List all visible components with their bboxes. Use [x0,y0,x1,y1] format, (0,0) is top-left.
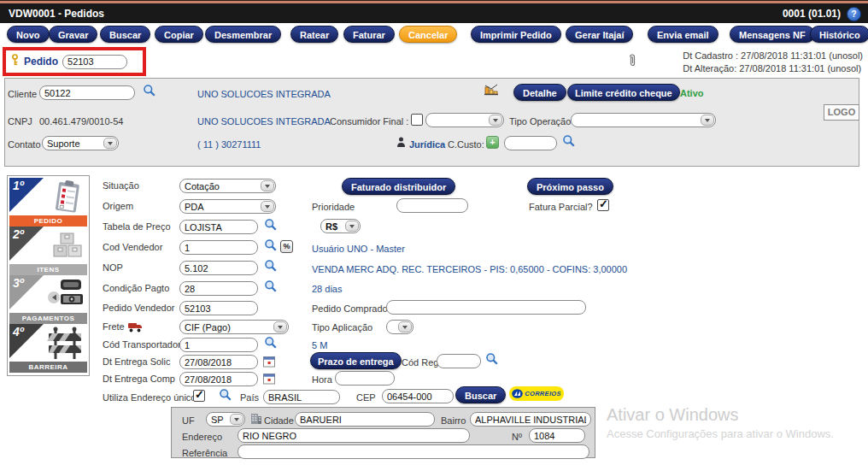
endereco-label: Endereço [182,432,222,442]
usuario-info: Usuário UNO - Master [312,244,405,254]
proximo-passo-button[interactable]: Próximo passo [527,178,613,195]
tabela-search-icon[interactable] [264,218,278,235]
cliente-input[interactable] [39,85,135,100]
fatura-parcial-checkbox[interactable] [597,199,609,211]
cnpj-name: UNO SOLUCOES INTEGRADA [197,116,331,127]
faturado-distribuidor-button[interactable]: Faturado distribuidor [342,178,455,195]
imprimir-pedido-button[interactable]: Imprimir Pedido [471,26,561,43]
city-building-icon[interactable] [250,412,262,428]
cliente-search-icon[interactable] [143,84,156,101]
step-itens[interactable]: 2º ITENS [9,227,87,275]
person-icon [396,136,406,151]
ratear-button[interactable]: Ratear [290,26,338,43]
numero-input[interactable] [529,428,585,443]
pais-input[interactable] [263,390,340,404]
gravar-button[interactable]: Gravar [49,26,97,43]
cep-input[interactable] [382,389,454,403]
pedido-comprador-input[interactable] [386,300,586,315]
regiao-search-icon[interactable] [485,352,499,369]
desmembrar-button[interactable]: Desmembrar [205,26,281,43]
cancelar-button[interactable]: Cancelar [399,26,457,43]
calendar-icon[interactable] [263,372,275,388]
consumidor-final-select[interactable] [425,113,504,127]
paperclip-icon[interactable] [628,53,636,71]
help-icon[interactable]: ? [847,7,861,21]
tabela-preco-label: Tabela de Preço [103,221,171,232]
tabela-preco-input[interactable] [179,220,258,234]
prioridade-input[interactable] [396,198,468,213]
mensagens-nf-button[interactable]: Mensagens NF [730,26,815,43]
pedido-vendedor-input[interactable] [179,301,258,315]
cod-vendedor-input[interactable] [179,240,258,255]
page-title: VDW0001 - Pedidos [9,8,104,20]
tipo-aplicacao-select[interactable] [386,320,413,334]
clipboard-icon [47,180,85,215]
contato-label: Contato [8,139,41,150]
utiliza-endereco-checkbox[interactable] [193,390,205,402]
ccusto-input[interactable] [504,136,557,150]
cod-regiao-input[interactable] [437,354,481,368]
nop-input[interactable] [179,261,258,275]
dt-entrega-comp-label: Dt Entrega Comp [103,374,175,384]
calendar-icon[interactable] [263,355,275,371]
condicao-pagto-input[interactable] [179,281,258,296]
pedido-input[interactable] [62,55,127,69]
chevron-down-icon [489,115,502,126]
status-badge: Ativo [680,88,704,98]
novo-button[interactable]: Novo [7,26,50,43]
hora-input[interactable] [335,371,395,386]
frete-select[interactable]: CIF (Pago) [179,320,289,334]
cnpj-value: 00.461.479/0010-54 [39,116,123,127]
chevron-down-icon [261,180,274,191]
dt-entrega-comp-input[interactable] [179,372,258,386]
limite-credito-button[interactable]: Limite crédito cheque [567,84,680,101]
ccusto-label: C.Custo: [448,139,484,150]
pedido-label: Pedido [24,56,58,68]
nop-search-icon[interactable] [264,259,278,276]
windows-watermark-subtitle: Acesse Configurações para ativar o Windo… [607,427,834,440]
cod-transportadora-input[interactable] [179,338,258,352]
condicao-dias-info: 28 dias [312,284,342,294]
correios-logo[interactable]: CORREIOS [509,386,564,401]
credit-chart-icon[interactable] [484,83,499,99]
copiar-button[interactable]: Copiar [155,26,203,43]
aplicacao-info: 5 M [312,340,327,350]
moeda-select[interactable]: R$ [320,219,361,233]
tipo-operacao-select[interactable] [571,113,716,127]
cep-buscar-button[interactable]: Buscar [455,386,506,403]
dt-entrega-solic-input[interactable] [179,355,258,369]
chevron-down-icon [398,321,412,333]
transportadora-search-icon[interactable] [264,336,278,353]
address-panel: UF SP Cidade Bairro Endereço Nº Referênc… [171,407,595,458]
client-panel: Cliente UNO SOLUCOES INTEGRADA Detalhe L… [4,78,859,167]
gerar-itajai-button[interactable]: Gerar Itajaí [566,26,633,43]
uf-select[interactable]: SP [206,412,245,427]
prazo-entrega-button[interactable]: Prazo de entrega [310,352,402,369]
ccusto-add-button[interactable] [486,136,499,149]
contato-select[interactable]: Suporte [42,136,119,150]
faturar-button[interactable]: Faturar [343,26,395,43]
vendedor-search-icon[interactable] [264,238,278,256]
ccusto-search-icon[interactable] [562,134,576,151]
origem-select[interactable]: PDA [179,199,276,214]
percent-icon[interactable]: % [280,240,293,253]
step-pagamentos[interactable]: 3º PAGAMENTOS [9,275,87,324]
consumidor-final-checkbox[interactable] [411,114,423,126]
prioridade-label: Prioridade [312,202,355,212]
step-pedido[interactable]: 1º PEDIDO [9,178,87,227]
frete-label: Frete [103,321,125,332]
step-barreira[interactable]: 4º BARREIRA [9,324,87,373]
buscar-button[interactable]: Buscar [100,26,150,43]
referencia-input[interactable] [238,444,589,459]
bairro-input[interactable] [470,412,591,427]
condicao-search-icon[interactable] [264,280,278,297]
historico-button[interactable]: Histórico [810,26,868,43]
endereco-input[interactable] [238,428,470,443]
utiliza-endereco-label: Utiliza Endereço único [103,392,196,403]
situacao-select[interactable]: Cotação [179,179,276,193]
cidade-input[interactable] [295,412,435,427]
pais-search-icon[interactable] [219,388,232,405]
chevron-down-icon [345,221,359,232]
detalhe-button[interactable]: Detalhe [513,84,566,101]
envia-email-button[interactable]: Envia email [648,26,718,43]
